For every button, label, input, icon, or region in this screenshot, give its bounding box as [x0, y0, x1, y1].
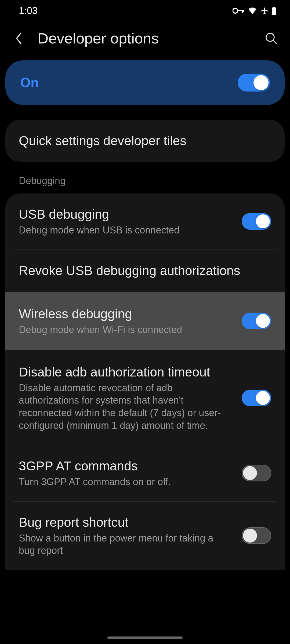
- gpp-at-title: 3GPP AT commands: [19, 458, 234, 474]
- toggle-knob: [256, 214, 270, 228]
- svg-rect-4: [273, 7, 275, 8]
- svg-rect-3: [243, 10, 244, 12]
- toggle-knob: [243, 529, 257, 543]
- toggle-knob: [256, 314, 270, 328]
- bug-report-toggle[interactable]: [242, 527, 271, 544]
- revoke-usb-title: Revoke USB debugging authorizations: [19, 263, 271, 279]
- adb-timeout-subtitle: Disable automatic revocation of adb auth…: [19, 382, 223, 432]
- section-header-debugging: Debugging: [5, 170, 285, 193]
- quick-settings-card: Quick settings developer tiles: [5, 120, 285, 162]
- toggle-knob: [243, 466, 257, 480]
- chevron-left-icon: [15, 32, 23, 45]
- usb-debugging-title: USB debugging: [19, 206, 234, 222]
- toggle-knob: [256, 391, 270, 405]
- svg-rect-5: [272, 8, 276, 15]
- app-header: Developer options: [0, 21, 290, 60]
- quick-settings-item[interactable]: Quick settings developer tiles: [5, 120, 285, 162]
- usb-debugging-subtitle: Debug mode when USB is connected: [19, 224, 234, 237]
- svg-point-6: [266, 33, 274, 41]
- wifi-icon: [248, 7, 257, 14]
- page-title: Developer options: [38, 30, 252, 47]
- master-toggle-row[interactable]: On: [5, 60, 285, 105]
- bug-report-item[interactable]: Bug report shortcut Show a button in the…: [5, 502, 285, 570]
- status-icons: [233, 7, 277, 15]
- debugging-card: USB debugging Debug mode when USB is con…: [5, 193, 285, 570]
- quick-settings-title: Quick settings developer tiles: [19, 133, 271, 149]
- gpp-at-subtitle: Turn 3GPP AT commands on or off.: [19, 476, 234, 488]
- master-toggle-label: On: [20, 75, 39, 90]
- back-button[interactable]: [11, 30, 27, 46]
- revoke-usb-item[interactable]: Revoke USB debugging authorizations: [5, 250, 285, 292]
- adb-timeout-title: Disable adb authorization timeout: [19, 364, 234, 380]
- status-time: 1:03: [19, 5, 38, 16]
- adb-timeout-toggle[interactable]: [242, 390, 271, 406]
- vpn-key-icon: [233, 8, 244, 14]
- toggle-knob: [253, 75, 269, 90]
- wireless-debugging-subtitle: Debug mode when Wi-Fi is connected: [19, 324, 234, 336]
- gpp-at-toggle[interactable]: [242, 465, 271, 481]
- svg-line-7: [273, 41, 277, 44]
- gpp-at-item[interactable]: 3GPP AT commands Turn 3GPP AT commands o…: [5, 445, 285, 501]
- usb-debugging-item[interactable]: USB debugging Debug mode when USB is con…: [5, 193, 285, 250]
- bug-report-subtitle: Show a button in the power menu for taki…: [19, 532, 223, 557]
- airplane-icon: [260, 7, 269, 15]
- bug-report-title: Bug report shortcut: [19, 514, 234, 530]
- wireless-debugging-item[interactable]: Wireless debugging Debug mode when Wi-Fi…: [5, 292, 285, 350]
- master-toggle-switch[interactable]: [238, 74, 270, 92]
- search-button[interactable]: [263, 30, 279, 46]
- status-bar: 1:03: [0, 0, 290, 21]
- usb-debugging-toggle[interactable]: [242, 213, 271, 230]
- svg-point-0: [233, 8, 238, 13]
- wireless-debugging-title: Wireless debugging: [19, 306, 234, 322]
- search-icon: [265, 32, 278, 45]
- svg-rect-1: [237, 10, 244, 11]
- battery-icon: [272, 7, 277, 15]
- svg-rect-2: [242, 10, 243, 13]
- adb-timeout-item[interactable]: Disable adb authorization timeout Disabl…: [5, 350, 285, 445]
- navigation-handle[interactable]: [107, 636, 183, 639]
- wireless-debugging-toggle[interactable]: [242, 313, 271, 329]
